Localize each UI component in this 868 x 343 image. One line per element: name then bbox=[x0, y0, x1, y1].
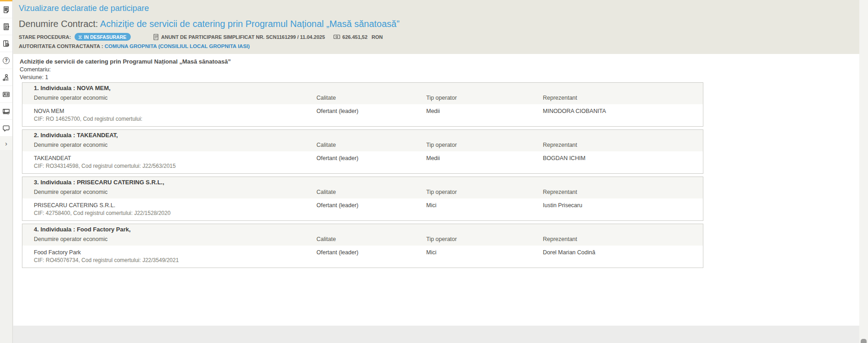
calitate-value: Ofertant (leader) bbox=[316, 249, 426, 256]
value-amount: 626.451,52 bbox=[343, 34, 368, 40]
participant-block-body: NOVA MEM Ofertant (leader) Medii MINODOR… bbox=[22, 104, 703, 126]
chevron-right-icon: › bbox=[5, 140, 7, 147]
operator-name: Food Factory Park bbox=[34, 249, 316, 256]
stare-procedura-label: STARE PROCEDURA: bbox=[19, 34, 71, 40]
authority-label: AUTORITATEA CONTRACTANTA : bbox=[19, 43, 105, 49]
col-header-calitate: Calitate bbox=[316, 95, 426, 102]
calitate-value: Ofertant (leader) bbox=[316, 155, 426, 162]
declaration-subtitle: Achiziție de servicii de catering prin P… bbox=[20, 58, 850, 66]
participants-list: 1. Individuala : NOVA MEM, Denumire oper… bbox=[22, 82, 703, 268]
operator-name: PRISECARU CATERING S.R.L. bbox=[34, 202, 316, 209]
col-header-calitate: Calitate bbox=[316, 189, 426, 196]
contract-name-link[interactable]: Achiziție de servicii de catering prin P… bbox=[100, 19, 400, 29]
cif-line: CIF: RO 14625700, Cod registrul comertul… bbox=[22, 116, 703, 123]
document-export-icon bbox=[2, 23, 10, 31]
col-header-denumire: Denumire operator economic bbox=[34, 189, 316, 196]
announcement-document-icon bbox=[153, 34, 159, 40]
column-headers-row: Denumire operator economic Calitate Tip … bbox=[22, 189, 703, 196]
participant-values-row: NOVA MEM Ofertant (leader) Medii MINODOR… bbox=[22, 107, 703, 115]
participant-block-head: 3. Individuala : PRISECARU CATERING S.R.… bbox=[22, 177, 703, 198]
id-card-icon bbox=[2, 91, 10, 98]
page-header: Vizualizare declaratie de participare De… bbox=[13, 0, 859, 54]
col-header-reprezentant: Reprezentant bbox=[543, 236, 703, 243]
cif-line: CIF: RO45076734, Cod registrul comertulu… bbox=[22, 257, 703, 264]
contract-line: Denumire Contract: Achiziție de servicii… bbox=[19, 19, 850, 29]
col-header-tip-operator: Tip operator bbox=[426, 95, 543, 102]
col-header-tip-operator: Tip operator bbox=[426, 236, 543, 243]
help-icon: ? bbox=[3, 57, 10, 64]
hourglass-icon: ⧖ bbox=[78, 34, 82, 40]
comment-label: Comentariu: bbox=[20, 66, 850, 74]
tip-operator-value: Mici bbox=[426, 202, 543, 209]
participant-title: 4. Individuala : Food Factory Park, bbox=[22, 226, 703, 233]
col-header-tip-operator: Tip operator bbox=[426, 142, 543, 149]
value-currency: RON bbox=[372, 34, 383, 40]
participant-title: 1. Individuala : NOVA MEM, bbox=[22, 85, 703, 92]
participant-title: 2. Individuala : TAKEANDEAT, bbox=[22, 132, 703, 139]
reprezentant-value: Dorel Marian Codină bbox=[543, 249, 703, 256]
cif-line: CIF: 42758400, Cod registrul comertului:… bbox=[22, 210, 703, 217]
participant-values-row: Food Factory Park Ofertant (leader) Mici… bbox=[22, 249, 703, 256]
participant-block: 2. Individuala : TAKEANDEAT, Denumire op… bbox=[22, 129, 703, 174]
participant-block: 3. Individuala : PRISECARU CATERING S.R.… bbox=[22, 177, 703, 221]
document-icon bbox=[2, 6, 10, 14]
tip-operator-value: Medii bbox=[426, 155, 543, 162]
participant-values-row: TAKEANDEAT Ofertant (leader) Medii BOGDA… bbox=[22, 155, 703, 162]
operator-name: TAKEANDEAT bbox=[34, 155, 316, 162]
clipboard-check-icon bbox=[2, 40, 10, 48]
sidebar-item-archive[interactable] bbox=[0, 103, 12, 120]
sidebar-item-messages[interactable] bbox=[0, 120, 12, 137]
main-area: Vizualizare declaratie de participare De… bbox=[13, 0, 859, 326]
participant-block-head: 1. Individuala : NOVA MEM, Denumire oper… bbox=[22, 83, 703, 104]
col-header-reprezentant: Reprezentant bbox=[543, 95, 703, 102]
sidebar-item-id-card[interactable] bbox=[0, 86, 12, 103]
col-header-denumire: Denumire operator economic bbox=[34, 142, 316, 149]
sidebar-expand-button[interactable]: › bbox=[0, 137, 12, 150]
chat-icon bbox=[2, 124, 10, 132]
participant-block-body: Food Factory Park Ofertant (leader) Mici… bbox=[22, 246, 703, 268]
participant-block: 4. Individuala : Food Factory Park, Denu… bbox=[22, 224, 703, 268]
version-label: Versiune: 1 bbox=[20, 74, 850, 81]
col-header-denumire: Denumire operator economic bbox=[34, 95, 316, 102]
reprezentant-value: MINODORA CIOBANITA bbox=[543, 107, 703, 115]
sidebar: ? › bbox=[0, 0, 13, 343]
participant-block-head: 2. Individuala : TAKEANDEAT, Denumire op… bbox=[22, 130, 703, 151]
column-headers-row: Denumire operator economic Calitate Tip … bbox=[22, 236, 703, 243]
col-header-denumire: Denumire operator economic bbox=[34, 236, 316, 243]
column-headers-row: Denumire operator economic Calitate Tip … bbox=[22, 142, 703, 149]
paper-roll-icon bbox=[2, 107, 10, 115]
participant-block: 1. Individuala : NOVA MEM, Denumire oper… bbox=[22, 82, 703, 127]
authority-line: AUTORITATEA CONTRACTANTA : COMUNA GROPNI… bbox=[19, 43, 850, 49]
content-panel: Achiziție de servicii de catering prin P… bbox=[13, 54, 859, 326]
cif-line: CIF: RO34314598, Cod registrul comertulu… bbox=[22, 163, 703, 170]
sidebar-item-documents[interactable] bbox=[0, 1, 12, 18]
column-headers-row: Denumire operator economic Calitate Tip … bbox=[22, 95, 703, 102]
reprezentant-value: BOGDAN ICHIM bbox=[543, 155, 703, 162]
estimated-value: 626.451,52 RON bbox=[333, 34, 383, 40]
calitate-value: Ofertant (leader) bbox=[316, 202, 426, 209]
scrollbar-track[interactable] bbox=[859, 0, 868, 343]
procedure-meta-line: STARE PROCEDURA: ⧖ IN DESFASURARE ANUNT … bbox=[19, 33, 850, 41]
sidebar-item-user[interactable] bbox=[0, 69, 12, 86]
announcement-text: ANUNT DE PARTICIPARE SIMPLIFICAT NR. SCN… bbox=[161, 34, 325, 40]
tip-operator-value: Medii bbox=[426, 107, 543, 115]
sidebar-item-verification[interactable] bbox=[0, 35, 12, 52]
authority-link[interactable]: COMUNA GROPNITA (CONSILIUL LOCAL GROPNIT… bbox=[105, 43, 250, 49]
announcement-info: ANUNT DE PARTICIPARE SIMPLIFICAT NR. SCN… bbox=[153, 34, 325, 40]
question-mark-glyph: ? bbox=[5, 58, 7, 63]
page-title: Vizualizare declaratie de participare bbox=[19, 4, 850, 13]
sidebar-filler bbox=[0, 150, 12, 343]
banknote-icon bbox=[333, 34, 340, 39]
reprezentant-value: Iustin Prisecaru bbox=[543, 202, 703, 209]
status-badge-label: IN DESFASURARE bbox=[84, 34, 127, 40]
sidebar-item-export[interactable] bbox=[0, 18, 12, 35]
person-icon bbox=[2, 74, 10, 81]
status-badge: ⧖ IN DESFASURARE bbox=[75, 33, 131, 41]
participant-title: 3. Individuala : PRISECARU CATERING S.R.… bbox=[22, 179, 703, 186]
col-header-reprezentant: Reprezentant bbox=[543, 189, 703, 196]
sidebar-item-help[interactable]: ? bbox=[0, 52, 12, 69]
operator-name: NOVA MEM bbox=[34, 107, 316, 115]
scrollbar-thumb[interactable] bbox=[861, 339, 867, 343]
participant-block-head: 4. Individuala : Food Factory Park, Denu… bbox=[22, 224, 703, 246]
participant-values-row: PRISECARU CATERING S.R.L. Ofertant (lead… bbox=[22, 202, 703, 209]
